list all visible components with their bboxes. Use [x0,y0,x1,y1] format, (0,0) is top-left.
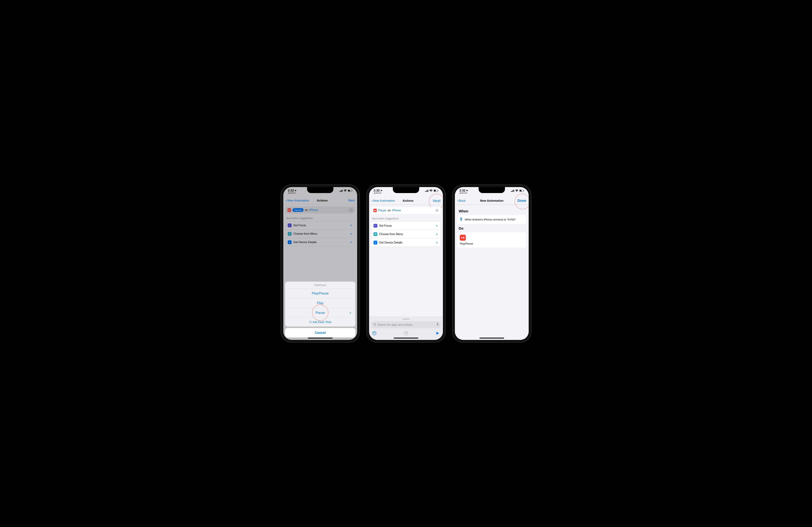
svg-rect-23 [513,190,514,192]
nav-bar: ‹ Back New Automation Done [455,198,529,205]
notch [307,187,333,193]
back-button[interactable]: ‹ New Automation [372,199,395,203]
redo-button [404,331,408,336]
do-section-title: Do [459,226,525,231]
cancel-button[interactable]: Cancel [285,328,356,337]
suggestion-row[interactable]: ☰ Choose from Menu ＋ [372,230,440,238]
suggestion-label: Get Device Details [379,241,403,244]
sheet-option-pause[interactable]: Pause ✓ [285,308,356,318]
chevron-left-icon: ‹ [457,199,459,202]
svg-rect-26 [524,190,524,191]
checkmark-icon: ✓ [349,311,352,314]
home-indicator[interactable] [308,338,333,338]
svg-rect-12 [434,190,436,191]
page-title: New Automation [480,199,503,203]
wifi-icon [515,190,518,192]
sheet-option-play[interactable]: Play [285,298,356,308]
home-indicator[interactable] [394,338,418,338]
sheet-option-playpause[interactable]: Play/Pause [285,289,356,298]
chevron-left-icon: ‹ [372,199,373,202]
when-condition-card[interactable]: When Andrew's iPhone connects to "SYNC" [457,215,526,224]
undo-button[interactable] [372,331,377,336]
add-suggestion-button[interactable]: ＋ [435,240,438,245]
action-card[interactable]: ▶Ⅱ Pause on iPhone ✕ [371,207,441,214]
svg-rect-16 [437,323,438,325]
svg-rect-22 [513,190,513,192]
action-parameter[interactable]: Pause [378,209,386,212]
svg-rect-27 [463,237,464,239]
when-section-title: When [459,209,525,213]
search-placeholder: Search for apps and actions [378,323,412,326]
search-input[interactable]: Search for apps and actions [371,321,441,328]
bottom-panel: Search for apps and actions [369,317,443,340]
home-indicator[interactable] [479,338,504,338]
sheet-option-ask-each-time[interactable]: ☷ Ask Each Time [285,318,356,326]
battery-icon [519,190,524,192]
svg-point-18 [373,332,376,335]
do-action-card[interactable]: Play/Pause [457,232,526,248]
bluetooth-icon [460,217,462,222]
cellular-signal-icon [425,190,428,192]
next-button[interactable]: Next [421,199,440,203]
suggestion-label: Set Focus [379,224,392,227]
cellular-signal-icon [511,190,514,192]
menu-icon: ☰ [374,232,377,236]
suggestion-row[interactable]: ☾ Set Focus ＋ [372,221,440,230]
do-action-label: Play/Pause [460,242,524,245]
action-sheet: Play/Pause Play/Pause Play Pause ✓ ☷ Ask… [285,282,356,326]
svg-rect-9 [427,190,427,192]
suggestions-header: Next Action Suggestions [372,217,440,220]
when-condition-text: When Andrew's iPhone connects to "SYNC" [465,218,516,221]
action-sheet-overlay: Play/Pause Play/Pause Play Pause ✓ ☷ Ask… [283,187,357,340]
device-icon: ▯ [374,241,377,245]
play-button[interactable] [435,331,440,336]
done-button[interactable]: Done [507,199,526,203]
battery-icon [434,190,438,192]
page-title: Actions [403,199,414,203]
sheet-title: Play/Pause [285,282,356,289]
svg-line-15 [375,325,376,326]
status-time: 2:32 [460,189,465,192]
mic-icon[interactable] [436,323,439,327]
playpause-app-icon [460,235,466,241]
suggestion-row[interactable]: ▯ Get Device Details ＋ [372,238,440,247]
svg-rect-20 [511,191,511,192]
ask-icon: ☷ [309,320,311,324]
status-time: 2:32 [374,189,380,192]
back-button[interactable]: ‹ Back [457,199,477,203]
svg-rect-25 [520,190,521,191]
wifi-icon [430,190,433,192]
add-suggestion-button[interactable]: ＋ [435,223,438,228]
svg-rect-8 [426,191,426,192]
action-device-parameter[interactable]: iPhone [392,209,401,212]
add-suggestion-button[interactable]: ＋ [435,232,438,236]
breadcrumb[interactable]: ◀ Search [460,192,468,194]
location-arrow-icon: ➤ [466,189,468,192]
svg-rect-7 [425,191,426,192]
svg-rect-13 [438,190,438,191]
breadcrumb[interactable]: ◀ Search [374,192,382,194]
svg-point-19 [404,332,408,335]
notch [479,187,505,193]
action-on-label: on [388,209,391,212]
search-icon [373,323,376,326]
location-arrow-icon: ➤ [380,189,382,192]
clear-action-button[interactable]: ✕ [435,209,439,212]
svg-rect-28 [464,237,464,239]
focus-icon: ☾ [374,224,377,228]
playpause-app-icon: ▶Ⅱ [373,209,377,212]
svg-rect-21 [512,191,512,192]
suggestion-label: Choose from Menu [379,233,403,236]
nav-bar: ‹ New Automation Actions Next [369,198,443,205]
svg-rect-10 [428,190,428,192]
drag-handle[interactable] [403,319,409,320]
notch [393,187,419,193]
